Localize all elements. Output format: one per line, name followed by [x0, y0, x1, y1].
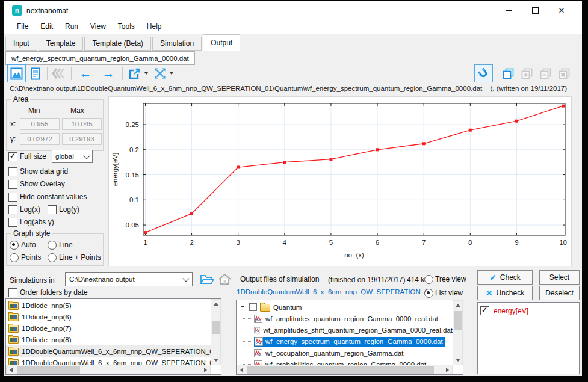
layers-icon [52, 67, 67, 79]
new-overlay-button[interactable] [499, 64, 518, 82]
dataset-checkbox[interactable] [480, 306, 489, 315]
simulation-folder-combo[interactable]: C:\D\nextnano output [65, 272, 193, 286]
close-button[interactable]: ✕ [548, 1, 575, 19]
scroll-thumb[interactable] [247, 366, 434, 374]
scroll-up-icon[interactable] [453, 301, 462, 310]
maximize-button[interactable] [522, 1, 548, 19]
graph-style-points-radio[interactable] [10, 253, 19, 262]
scroll-right-icon[interactable] [443, 365, 452, 374]
text-view-button[interactable] [26, 64, 45, 82]
log-x-label: Log(x) [20, 205, 40, 214]
remove-overlay-button[interactable] [536, 64, 555, 82]
svg-text:5: 5 [329, 239, 333, 246]
scroll-left-icon[interactable] [237, 365, 246, 374]
dataset-list: energy[eV] [477, 302, 580, 374]
folder-name: 1Ddiode_nnp(7) [22, 325, 71, 332]
x-max-field[interactable]: 10.045 [62, 118, 102, 130]
tab-simulation[interactable]: Simulation [152, 37, 202, 51]
dataset-item[interactable]: energy[eV] [478, 305, 579, 316]
tree-file-row[interactable]: wf_amplitudes_shift_quantum_region_Gamma… [237, 324, 453, 336]
scroll-thumb[interactable] [17, 366, 80, 374]
menu-edit[interactable]: Edit [34, 22, 59, 31]
tab-input[interactable]: Input [5, 37, 37, 51]
scroll-down-icon[interactable] [211, 356, 220, 365]
folder-list-item[interactable]: 1Ddiode_nnp(5) [6, 300, 211, 311]
graph-style-line-points-radio[interactable] [48, 253, 57, 262]
collapse-icon[interactable] [240, 304, 246, 310]
order-folders-checkbox[interactable] [8, 288, 17, 297]
scroll-down-icon[interactable] [453, 356, 462, 365]
tree-file-row-selected[interactable]: wf_energy_spectrum_quantum_region_Gamma_… [237, 336, 453, 347]
menu-view[interactable]: View [84, 22, 112, 31]
svg-text:0.1: 0.1 [129, 196, 139, 203]
log-abs-y-checkbox[interactable] [8, 218, 17, 227]
export-dropdown-caret[interactable] [144, 72, 148, 75]
list-view-radio[interactable] [424, 289, 433, 298]
menu-run[interactable]: Run [59, 22, 84, 31]
menu-file[interactable]: File [11, 22, 34, 31]
back-button[interactable]: ← [74, 64, 97, 82]
uncheck-button[interactable]: ✕ Uncheck [477, 286, 533, 300]
fit-view-dropdown-caret[interactable] [170, 72, 173, 75]
graph-style-auto-radio[interactable] [10, 241, 19, 250]
y-max-field[interactable]: 0.29193 [62, 133, 102, 145]
clear-overlay-button[interactable] [555, 64, 574, 82]
show-overlay-checkbox[interactable] [8, 180, 17, 189]
scroll-right-icon[interactable] [201, 365, 210, 374]
tab-output[interactable]: Output [203, 34, 240, 51]
log-y-checkbox[interactable] [48, 205, 57, 214]
file-tree-vscrollbar[interactable] [453, 300, 463, 365]
folder-list-vscrollbar[interactable] [211, 299, 221, 365]
plot-view-button[interactable] [7, 64, 26, 82]
scroll-thumb[interactable] [454, 311, 462, 330]
show-data-grid-checkbox[interactable] [8, 167, 17, 176]
simulation-link[interactable]: 1DDoubleQuantumWell_6_x_6nm_nnp_QW_SEPER… [237, 288, 432, 295]
graph-style-line-radio[interactable] [48, 241, 57, 250]
snap-magnet-button[interactable] [474, 64, 493, 82]
tree-folder-row[interactable]: Quantum [237, 301, 453, 313]
check-button[interactable]: ✓ Check [477, 270, 533, 285]
scroll-up-icon[interactable] [211, 300, 220, 309]
deselect-button[interactable]: Deselect [539, 286, 580, 300]
export-icon [128, 67, 141, 80]
full-size-checkbox[interactable] [8, 152, 17, 161]
tree-file-row[interactable]: wf_amplitudes_quantum_region_Gamma_0000_… [237, 313, 453, 324]
tab-template[interactable]: Template [39, 37, 84, 51]
folder-list-item[interactable]: 1Ddiode_nnp(7) [6, 322, 211, 334]
hide-constant-values-checkbox[interactable] [8, 193, 17, 202]
minimize-button[interactable] [495, 1, 522, 19]
back-arrow-icon: ← [79, 67, 92, 79]
folder-list-item-selected[interactable]: 1DDoubleQuantumWell_6_x_6nm_nnp_QW_SEPER… [6, 345, 211, 357]
document-subtab[interactable]: wf_energy_spectrum_quantum_region_Gamma_… [5, 51, 195, 65]
tab-template-beta[interactable]: Template (Beta) [84, 37, 151, 51]
svg-text:0.25: 0.25 [126, 121, 139, 128]
add-overlay-button[interactable] [518, 64, 536, 82]
tree-file-row[interactable]: wf_occupation_quantum_region_Gamma.dat [237, 347, 453, 359]
folder-list-item[interactable]: 1Ddiode_nnp(8) [6, 334, 211, 345]
folder-list-hscrollbar[interactable] [6, 365, 211, 374]
export-button[interactable] [125, 64, 144, 82]
log-x-checkbox[interactable] [8, 205, 17, 214]
menu-tools[interactable]: Tools [112, 22, 141, 31]
check-icon: ✓ [489, 273, 497, 282]
file-tree-hscrollbar[interactable] [237, 365, 453, 374]
menu-help[interactable]: Help [141, 22, 168, 31]
tree-view-radio[interactable] [424, 275, 433, 284]
layers-button[interactable] [50, 64, 69, 82]
folder-name: 1DDoubleQuantumWell_6_x_6nm_nnp_QW_SEPER… [22, 348, 217, 355]
x-min-field[interactable]: 0.955 [20, 118, 60, 130]
select-button[interactable]: Select [539, 270, 580, 285]
maximize-icon [532, 7, 539, 14]
y-min-field[interactable]: 0.02972 [20, 133, 60, 145]
folder-list-item[interactable]: 1Ddiode_nnp(6) [6, 311, 211, 322]
browse-folder-button[interactable] [200, 273, 215, 288]
scroll-thumb[interactable] [212, 321, 220, 334]
folder-checkbox[interactable] [249, 303, 257, 311]
scope-select[interactable]: global [52, 150, 93, 163]
scroll-left-icon[interactable] [7, 365, 16, 374]
fit-view-button[interactable] [150, 64, 169, 82]
copy-pages-icon [502, 67, 515, 80]
list-view-label: List view [435, 289, 463, 297]
home-folder-button[interactable] [218, 273, 232, 288]
forward-button[interactable]: → [97, 64, 120, 82]
